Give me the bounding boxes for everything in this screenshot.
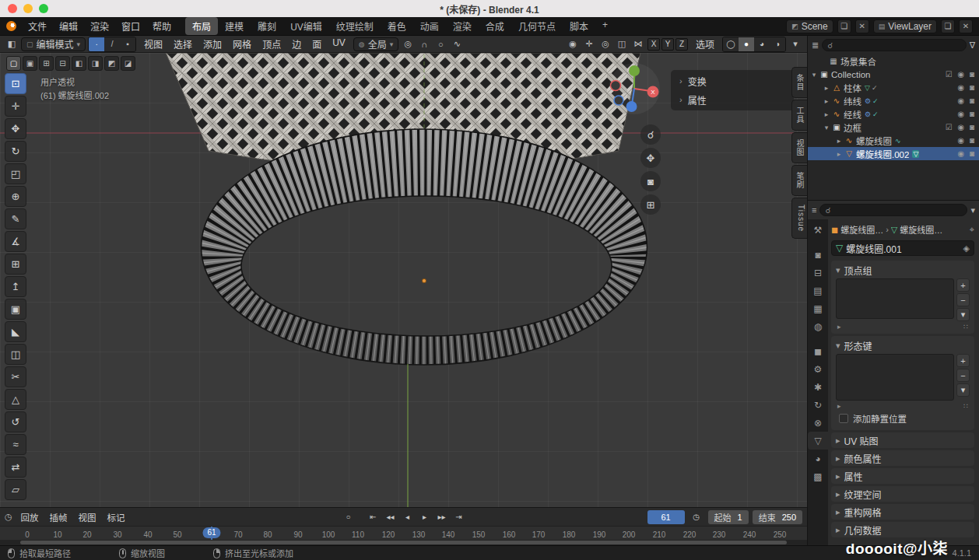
- pivot-point-dropdown[interactable]: ◎: [401, 37, 415, 51]
- transport-button[interactable]: ⇤: [366, 510, 381, 524]
- properties-tab[interactable]: ◙: [808, 246, 828, 264]
- transport-button[interactable]: ⇥: [451, 510, 467, 524]
- select-tool-option-button[interactable]: ⊟: [55, 56, 70, 71]
- collapsed-panel-header[interactable]: ▸ 颜色属性: [831, 450, 974, 466]
- outliner-editor-icon[interactable]: ≣: [812, 40, 819, 51]
- shading-mode-button[interactable]: ◕: [754, 37, 770, 51]
- scrollbar-thumb[interactable]: [20, 541, 787, 544]
- workspace-tab[interactable]: 建模: [218, 17, 251, 35]
- menubar-menu[interactable]: 编辑: [53, 17, 84, 35]
- tool-button[interactable]: ✛: [5, 96, 26, 117]
- auto-key-toggle[interactable]: ○: [341, 510, 356, 524]
- workspace-tab[interactable]: 几何节点: [511, 17, 563, 35]
- timeline-editor-icon[interactable]: ◷: [5, 512, 12, 522]
- workspace-tab[interactable]: 脚本: [563, 17, 595, 35]
- select-tool-option-button[interactable]: ◨: [88, 56, 103, 71]
- select-tool-option-button[interactable]: ⊞: [39, 56, 54, 71]
- visibility-toggles[interactable]: ◉ ◙: [957, 110, 976, 118]
- tool-button[interactable]: ◰: [5, 163, 26, 184]
- frame-start-field[interactable]: 起始 1: [708, 510, 749, 524]
- outliner-row[interactable]: ▾ ▣ 边框 ☑ ◉ ◙: [808, 121, 979, 134]
- viewport-nav-button[interactable]: ☌: [640, 124, 661, 145]
- new-scene-button[interactable]: ❏: [837, 19, 851, 33]
- properties-tab[interactable]: ⊗: [808, 414, 828, 432]
- tool-button[interactable]: ▣: [5, 299, 26, 320]
- expander-icon[interactable]: ▸: [822, 110, 831, 118]
- tool-button[interactable]: ⊞: [5, 254, 26, 275]
- tool-button[interactable]: ↺: [5, 411, 26, 432]
- shading-mode-button[interactable]: ◯: [723, 37, 739, 51]
- n-panel-tab[interactable]: 工具: [791, 100, 807, 131]
- viewport-canvas[interactable]: [0, 53, 807, 507]
- shading-mode-button[interactable]: ◑: [770, 37, 785, 51]
- tool-button[interactable]: ∡: [5, 231, 26, 252]
- properties-editor-icon[interactable]: ≡: [812, 205, 816, 215]
- list-resize-grip[interactable]: ∷: [963, 323, 968, 331]
- options-dropdown[interactable]: 选项: [690, 36, 720, 52]
- frame-end-field[interactable]: 结束 250: [753, 510, 802, 524]
- n-panel-tab[interactable]: Tissue: [791, 198, 807, 239]
- visibility-toggles[interactable]: ◉ ◙: [957, 96, 976, 105]
- breadcrumb-object[interactable]: ◼ 螺旋线圈…: [831, 223, 883, 236]
- transform-orientation-dropdown[interactable]: ◍ 全局 ▾: [353, 37, 398, 51]
- proportional-edit-toggle[interactable]: ○: [433, 37, 447, 51]
- select-mode-button[interactable]: ▪: [120, 37, 135, 51]
- breadcrumb-data[interactable]: ▽ 螺旋线圈…: [891, 223, 942, 236]
- mirror-axis-button[interactable]: Y: [661, 38, 674, 51]
- list-filter-expander[interactable]: ▸: [837, 323, 841, 331]
- collapsed-panel-header[interactable]: ▸ UV 贴图: [831, 432, 974, 448]
- tool-button[interactable]: ✎: [5, 208, 26, 229]
- workspace-tab[interactable]: 纹理绘制: [329, 17, 381, 35]
- properties-tab[interactable]: ⊟: [808, 264, 828, 282]
- playhead[interactable]: 61: [211, 527, 212, 540]
- visibility-toggles[interactable]: ◉ ◙: [957, 149, 976, 158]
- viewport-nav-button[interactable]: ◙: [640, 171, 661, 191]
- viewport-menu[interactable]: 面: [307, 36, 327, 52]
- tool-button[interactable]: ⊡: [5, 73, 26, 94]
- outliner-row[interactable]: ▦ 场景集合: [808, 54, 979, 68]
- collapsed-panel-header[interactable]: ▸ 重构网格: [831, 504, 974, 520]
- gizmo-neg-x-axis[interactable]: [611, 81, 621, 91]
- outliner-row[interactable]: ▸ △ 柱体 ▽ ✓ ◉ ◙: [808, 81, 979, 94]
- close-window-button[interactable]: [8, 4, 17, 13]
- mirror-axis-button[interactable]: Z: [675, 38, 688, 51]
- visibility-toggles[interactable]: ☑ ◉ ◙: [946, 70, 976, 79]
- delete-viewlayer-button[interactable]: ✕: [959, 19, 973, 33]
- timeline-menu[interactable]: 插帧: [44, 509, 73, 525]
- visibility-toggles[interactable]: ☑ ◉ ◙: [946, 123, 976, 131]
- n-panel-tab[interactable]: 条目: [791, 67, 807, 98]
- menubar-menu[interactable]: 窗口: [115, 17, 146, 35]
- menubar-menu[interactable]: 文件: [22, 17, 53, 35]
- editor-type-button[interactable]: ◧: [5, 37, 19, 51]
- timeline-scrollbar[interactable]: [0, 540, 807, 545]
- timeline-menu[interactable]: 标记: [102, 509, 131, 525]
- menubar-menu[interactable]: 渲染: [84, 17, 115, 35]
- tool-button[interactable]: △: [5, 389, 26, 410]
- outliner-row[interactable]: ▾ ▣ Collection ☑ ◉ ◙: [808, 68, 979, 81]
- tool-button[interactable]: ◫: [5, 344, 26, 365]
- shape-keys-header[interactable]: ▾ 形态键: [836, 339, 970, 352]
- n-panel-tab[interactable]: 视图: [791, 132, 807, 163]
- shading-mode-button[interactable]: ●: [739, 37, 754, 51]
- viewport-menu[interactable]: 添加: [198, 36, 227, 52]
- viewport-menu[interactable]: 选择: [168, 36, 198, 52]
- workspace-tab[interactable]: 着色: [381, 17, 413, 35]
- gizmos-dropdown[interactable]: ✛: [582, 37, 596, 51]
- properties-tab[interactable]: ◕: [808, 450, 828, 467]
- gizmo-y-axis[interactable]: [629, 65, 640, 76]
- viewport-menu[interactable]: 顶点: [257, 36, 286, 52]
- select-mode-button[interactable]: ∙: [89, 37, 104, 51]
- shield-icon[interactable]: ◈: [963, 243, 970, 254]
- transport-button[interactable]: ▸: [417, 510, 433, 524]
- shape-keys-list[interactable]: [836, 354, 954, 401]
- outliner-row[interactable]: ▸ ∿ 纬线 ⚙ ✓ ◉ ◙: [808, 94, 979, 107]
- viewport-menu[interactable]: 视图: [139, 36, 168, 52]
- remove-shape-key-button[interactable]: −: [956, 369, 970, 382]
- expander-icon[interactable]: ▸: [822, 97, 831, 105]
- data-name-field[interactable]: ▽ 螺旋线圈.001 ◈: [831, 240, 974, 256]
- workspace-tab[interactable]: 雕刻: [251, 17, 283, 35]
- mirror-axis-button[interactable]: X: [647, 38, 660, 51]
- tool-button[interactable]: ⊕: [5, 186, 26, 207]
- snap-magnet-toggle[interactable]: ∩: [417, 37, 431, 51]
- timeline-menu[interactable]: 视图: [73, 509, 102, 525]
